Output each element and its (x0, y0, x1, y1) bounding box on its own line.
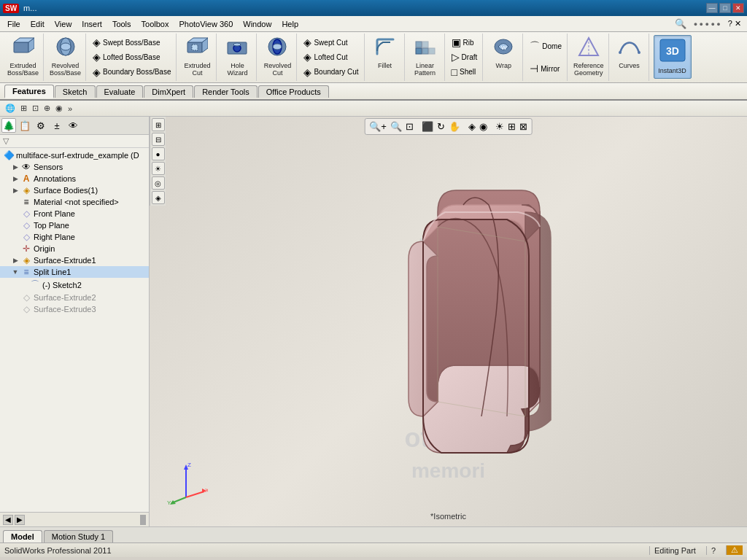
revolved-boss-base-button[interactable]: RevolvedBoss/Base (48, 35, 82, 79)
motion-study-tab[interactable]: Motion Study 1 (44, 530, 113, 542)
tree-sketch2[interactable]: ⌒ (-) Sketch2 (0, 278, 149, 292)
tab-evaluate[interactable]: Evaluate (96, 85, 144, 98)
tree-origin[interactable]: ✛ Origin (0, 243, 149, 254)
linear-pattern-button[interactable]: LinearPattern (409, 35, 441, 79)
icon-tool-expand[interactable]: » (66, 104, 74, 114)
curves-button[interactable]: Curves (614, 35, 646, 71)
revolved-cut-button[interactable]: RevolvedCut (261, 35, 293, 79)
instant3d-button[interactable]: 3D Instant3D (654, 35, 692, 79)
viewport-toolbar: 🔍+ 🔍 ⊡ ⬛ ↻ ✋ ◈ ◉ ☀ ⊞ ⊠ (364, 118, 533, 135)
feature-manager-tab[interactable]: 🌲 (1, 118, 16, 133)
boundary-boss-base-button[interactable]: ◈ Boundary Boss/Base (90, 66, 173, 79)
statusbar-help[interactable]: ? (706, 546, 720, 555)
tree-surface-extrude3[interactable]: ◇ Surface-Extrude3 (0, 303, 149, 315)
camera-button[interactable]: ⊠ (518, 120, 529, 133)
tree-right-plane[interactable]: ◇ Right Plane (0, 231, 149, 243)
viewport[interactable]: 🔍+ 🔍 ⊡ ⬛ ↻ ✋ ◈ ◉ ☀ ⊞ ⊠ Prote otobuc memo… (150, 117, 747, 526)
appearance-button[interactable]: ● (152, 147, 165, 160)
tree-split-line1[interactable]: ▼ ≡ Split Line1 (0, 266, 149, 278)
pan-button[interactable]: ✋ (447, 120, 462, 133)
icon-tool-3[interactable]: ⊡ (30, 103, 41, 114)
tree-front-plane[interactable]: ◇ Front Plane (0, 208, 149, 219)
realview-button[interactable]: ◈ (152, 191, 165, 204)
display-manager-tab[interactable]: 👁 (66, 118, 80, 133)
lofted-cut-button[interactable]: ◈ Lofted Cut (301, 50, 360, 63)
property-manager-tab[interactable]: 📋 (18, 118, 32, 133)
resize-handle[interactable] (140, 515, 146, 525)
tree-root-label: multiface-surf-extrude_example (D (16, 151, 139, 160)
statusbar-product-name: SolidWorks Professional 2011 (4, 546, 112, 555)
decals-button[interactable]: ◎ (152, 176, 165, 190)
boundary-cut-button[interactable]: ◈ Boundary Cut (301, 66, 360, 79)
tab-features[interactable]: Features (4, 85, 54, 98)
icon-tool-2[interactable]: ⊞ (18, 103, 29, 114)
menu-tools[interactable]: Tools (108, 18, 136, 30)
rib-label: Rib (463, 39, 474, 47)
scroll-left[interactable]: ◀ (3, 515, 13, 525)
shell-button[interactable]: □ Shell (449, 66, 480, 79)
tree-annotations[interactable]: ▶ A Annotations (0, 173, 149, 184)
close-button[interactable]: ✕ (732, 3, 744, 13)
tree-sensors[interactable]: ▶ 👁 Sensors (0, 161, 149, 173)
zoom-out-button[interactable]: 🔍 (389, 120, 403, 133)
extruded-boss-base-button[interactable]: ExtrudedBoss/Base (6, 35, 40, 79)
menu-view[interactable]: View (50, 18, 77, 30)
tree-material[interactable]: ≡ Material <not specified> (0, 196, 149, 208)
reference-geometry-button[interactable]: ReferenceGeometry (572, 35, 605, 79)
menu-edit[interactable]: Edit (26, 18, 49, 30)
left-panel-tabs: 🌲 📋 ⚙ ± 👁 (0, 117, 149, 135)
tab-office-products[interactable]: Office Products (258, 85, 329, 98)
icon-tool-1[interactable]: 🌐 (3, 103, 18, 114)
swept-cut-button[interactable]: ◈ Swept Cut (301, 36, 360, 49)
view-orientation-button[interactable]: ☀ (494, 120, 506, 133)
menu-help[interactable]: Help (277, 18, 303, 30)
select-button[interactable]: ⬛ (420, 120, 435, 133)
left-panel-scrollbar: ◀ ▶ (0, 512, 149, 526)
view-selector-button[interactable]: ⊞ (152, 118, 165, 131)
maximize-button[interactable]: □ (719, 3, 731, 13)
tree-root[interactable]: 🔷 multiface-surf-extrude_example (D (0, 149, 149, 161)
icon-tool-4[interactable]: ⊕ (42, 103, 53, 114)
rib-button[interactable]: ▣ Rib (449, 36, 480, 49)
section-view-button[interactable]: ⊞ (506, 120, 517, 133)
wrap-button[interactable]: W Wrap (487, 35, 519, 71)
swept-boss-base-button[interactable]: ◈ Swept Boss/Base (90, 36, 173, 49)
search-icon[interactable]: 🔍 (672, 18, 689, 29)
lofted-boss-icon: ◈ (93, 51, 101, 63)
hole-wizard-button[interactable]: HoleWizard (221, 35, 253, 79)
display-pane-button[interactable]: ⊟ (152, 133, 165, 146)
minimize-button[interactable]: — (706, 3, 718, 13)
dim-xpert-tab[interactable]: ± (50, 118, 64, 133)
mirror-button[interactable]: ⊣ Mirror (527, 62, 564, 75)
extruded-cut-button[interactable]: ExtrudedCut (181, 35, 213, 79)
menu-photoview[interactable]: PhotoView 360 (174, 18, 237, 30)
scroll-right[interactable]: ▶ (15, 515, 25, 525)
tab-sketch[interactable]: Sketch (55, 85, 96, 98)
hide-show-button[interactable]: ◉ (478, 120, 489, 133)
tree-surface-extrude2[interactable]: ◇ Surface-Extrude2 (0, 292, 149, 303)
icon-tool-5[interactable]: ◉ (53, 103, 65, 114)
quick-access-btn[interactable]: ? ✕ (725, 19, 744, 28)
fillet-button[interactable]: Fillet (369, 35, 401, 71)
menu-file[interactable]: File (3, 18, 25, 30)
dome-button[interactable]: ⌒ Dome (527, 39, 564, 54)
tree-surface-extrude1[interactable]: ▶ ◈ Surface-Extrude1 (0, 254, 149, 266)
menu-insert[interactable]: Insert (77, 18, 107, 30)
lofted-boss-base-button[interactable]: ◈ Lofted Boss/Base (90, 50, 173, 63)
sw-logo: SW (3, 4, 19, 13)
fit-button[interactable]: ⊡ (404, 120, 415, 133)
tree-top-plane[interactable]: ◇ Top Plane (0, 219, 149, 231)
tab-render-tools[interactable]: Render Tools (194, 85, 258, 98)
menu-window[interactable]: Window (239, 18, 276, 30)
model-tab[interactable]: Model (3, 530, 42, 542)
config-manager-tab[interactable]: ⚙ (34, 118, 48, 133)
tab-dimxpert[interactable]: DimXpert (144, 85, 193, 98)
rotate-button[interactable]: ↻ (436, 120, 446, 133)
menu-toolbox[interactable]: Toolbox (137, 18, 174, 30)
tree-surface-bodies[interactable]: ▶ ◈ Surface Bodies(1) (0, 184, 149, 196)
display-style-button[interactable]: ◈ (467, 120, 477, 133)
draft-button[interactable]: ▷ Draft (449, 50, 480, 63)
zoom-in-button[interactable]: 🔍+ (368, 120, 388, 133)
scene-button[interactable]: ☀ (152, 162, 165, 175)
svg-text:Y: Y (167, 499, 171, 505)
